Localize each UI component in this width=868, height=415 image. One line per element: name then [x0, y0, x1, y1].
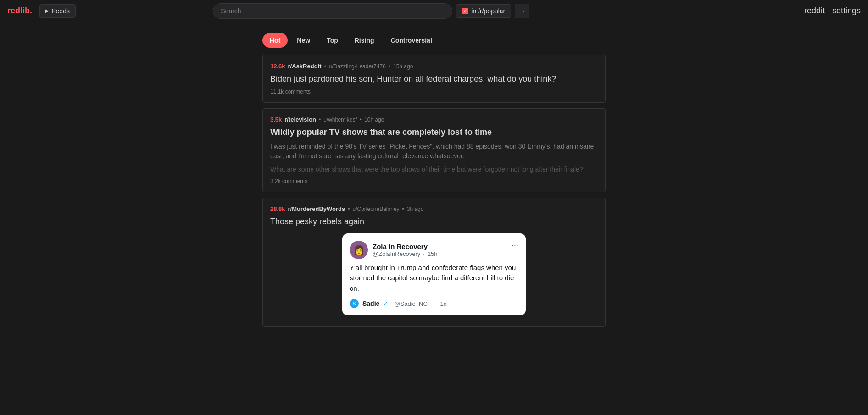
- post-title: Those pesky rebels again: [270, 216, 598, 227]
- post-card[interactable]: 12.6k r/AskReddit • u/Dazzling-Leader747…: [262, 55, 606, 103]
- settings-link[interactable]: settings: [832, 6, 861, 16]
- tweet-avatar: 👩: [350, 241, 368, 259]
- tweet-options-icon[interactable]: ···: [512, 241, 518, 250]
- post-time: 10h ago: [364, 116, 384, 123]
- post-time: 15h ago: [393, 63, 413, 70]
- tweet-reply-handle: @Sadie_NC: [394, 300, 427, 307]
- tweet-user: 👩 Zola In Recovery @ZolaInRecovery · 15h: [350, 241, 438, 259]
- feeds-button[interactable]: ▶ Feeds: [39, 4, 76, 18]
- tab-rising[interactable]: Rising: [347, 33, 382, 48]
- play-icon: ▶: [45, 8, 49, 13]
- main-content: Hot New Top Rising Controversial 12.6k r…: [255, 22, 613, 343]
- tweet-user-info: Zola In Recovery @ZolaInRecovery · 15h: [373, 243, 438, 257]
- reddit-link[interactable]: reddit: [804, 6, 825, 16]
- dot-separator: •: [360, 116, 362, 123]
- post-score: 28.8k: [270, 205, 285, 212]
- tweet-name: Zola In Recovery: [373, 243, 438, 250]
- header-right: reddit settings: [804, 6, 861, 16]
- tab-hot[interactable]: Hot: [262, 33, 288, 48]
- post-title: Wildly popular TV shows that are complet…: [270, 127, 598, 138]
- search-filter-button[interactable]: ✓ in /r/popular: [456, 4, 511, 18]
- arrow-icon: →: [519, 7, 525, 15]
- logo[interactable]: redlib.: [7, 6, 32, 16]
- verified-icon: ✓: [383, 300, 389, 307]
- tweet-reply-time-value: 1d: [440, 300, 446, 307]
- tweet-reply-time: ·: [433, 300, 435, 307]
- tab-top[interactable]: Top: [319, 33, 345, 48]
- tweet-time: ·: [423, 250, 425, 257]
- post-author[interactable]: u/whitemikesf: [323, 116, 357, 123]
- feeds-label: Feeds: [52, 7, 70, 15]
- tweet-handle: @ZolaInRecovery: [373, 250, 420, 257]
- post-score: 3.5k: [270, 116, 282, 123]
- dot-separator: •: [348, 206, 350, 212]
- post-comments[interactable]: 11.1k comments: [270, 89, 598, 95]
- search-submit-button[interactable]: →: [515, 4, 529, 18]
- tab-new[interactable]: New: [289, 33, 317, 48]
- post-meta: 28.8k r/MurderedByWords • u/CorleoneBalo…: [270, 205, 598, 212]
- dot-separator: •: [324, 63, 326, 70]
- filter-label: in /r/popular: [471, 7, 505, 15]
- tab-controversial[interactable]: Controversial: [384, 33, 440, 48]
- post-body: I was just reminded of the 90's TV serie…: [270, 142, 598, 161]
- post-comments[interactable]: 3.2k comments: [270, 178, 598, 184]
- checkbox-icon: ✓: [462, 8, 468, 14]
- tweet-reply-user: S Sadie ✓ @Sadie_NC · 1d: [350, 299, 518, 308]
- post-card[interactable]: 3.5k r/television • u/whitemikesf • 10h …: [262, 108, 606, 192]
- tweet-embed: 👩 Zola In Recovery @ZolaInRecovery · 15h…: [342, 233, 526, 316]
- post-meta: 3.5k r/television • u/whitemikesf • 10h …: [270, 116, 598, 123]
- dot-separator: •: [402, 206, 404, 212]
- logo-text: redlib.: [7, 6, 32, 16]
- post-author[interactable]: u/Dazzling-Leader7476: [329, 63, 386, 70]
- tweet-reply-avatar: S: [350, 299, 359, 308]
- post-subreddit[interactable]: r/television: [284, 116, 316, 123]
- sort-tabs: Hot New Top Rising Controversial: [262, 33, 606, 48]
- post-subreddit[interactable]: r/AskReddit: [288, 63, 322, 70]
- tweet-text: Y'all brought in Trump and confederate f…: [350, 263, 518, 294]
- post-card[interactable]: 28.8k r/MurderedByWords • u/CorleoneBalo…: [262, 198, 606, 327]
- search-input[interactable]: [213, 3, 452, 19]
- post-subreddit[interactable]: r/MurderedByWords: [288, 205, 345, 212]
- tweet-time: 15h: [428, 250, 438, 257]
- tweet-reply-name: Sadie: [362, 300, 379, 307]
- dot-separator: •: [319, 116, 321, 123]
- tweet-header: 👩 Zola In Recovery @ZolaInRecovery · 15h…: [350, 241, 518, 259]
- post-author[interactable]: u/CorleoneBaloney: [352, 206, 399, 212]
- header: redlib. ▶ Feeds ✓ in /r/popular → reddit…: [0, 0, 868, 22]
- search-area: ✓ in /r/popular →: [213, 3, 529, 19]
- post-body-faded: What are some other shows that were the …: [270, 165, 598, 174]
- dot-separator: •: [389, 63, 390, 70]
- post-meta: 12.6k r/AskReddit • u/Dazzling-Leader747…: [270, 63, 598, 70]
- post-time: 3h ago: [407, 206, 424, 212]
- post-score: 12.6k: [270, 63, 285, 70]
- post-title: Biden just pardoned his son, Hunter on a…: [270, 73, 598, 85]
